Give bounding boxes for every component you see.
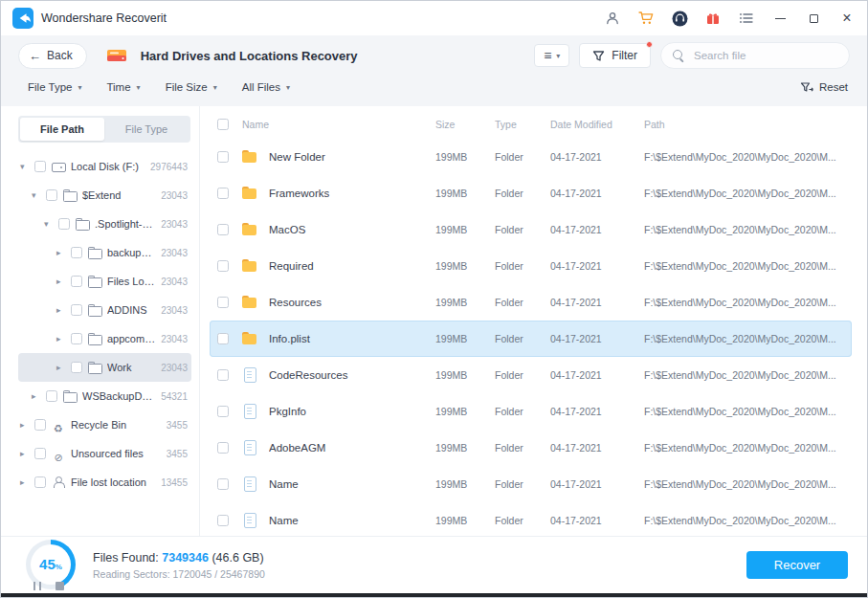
checkbox[interactable] xyxy=(71,276,82,287)
tree-item-file-lost-location[interactable]: File lost location 13455 xyxy=(18,468,191,497)
tree-item-extend[interactable]: $Extend 23043 xyxy=(18,181,191,210)
chevron-icon[interactable] xyxy=(32,392,40,401)
view-options-button[interactable]: ≡ ▾ xyxy=(534,44,569,67)
file-size-filter[interactable]: File Size ▾ xyxy=(166,81,217,93)
column-date-modified[interactable]: Date Modified xyxy=(550,119,644,130)
row-checkbox[interactable] xyxy=(217,369,229,381)
tree-item-spotlight[interactable]: .Spotlight-V10000... 23043 xyxy=(18,210,191,238)
search-input[interactable] xyxy=(692,49,837,62)
close-button[interactable]: × xyxy=(838,10,856,27)
chevron-icon[interactable] xyxy=(56,306,65,315)
checkbox[interactable] xyxy=(71,304,82,316)
stop-icon[interactable] xyxy=(56,582,64,590)
tree-count: 3455 xyxy=(167,449,188,459)
table-row[interactable]: Name 199MB Folder 04-17-2021 F:\$Extend\… xyxy=(210,502,852,536)
gift-icon[interactable] xyxy=(704,10,722,27)
tree-item-files-lost[interactable]: Files Lost Origri... 23043 xyxy=(18,267,191,296)
support-headset-icon[interactable] xyxy=(671,10,688,27)
column-name[interactable]: Name xyxy=(242,119,435,130)
file-name: PkgInfo xyxy=(269,406,435,417)
all-files-filter[interactable]: All Files ▾ xyxy=(242,81,290,93)
app-title: Wondershare Recoverit xyxy=(41,11,167,25)
checkbox[interactable] xyxy=(71,333,82,344)
checkbox[interactable] xyxy=(46,189,57,201)
reading-sectors: Reading Sectors: 1720045 / 25467890 xyxy=(93,568,265,580)
row-checkbox[interactable] xyxy=(217,260,229,272)
cart-icon[interactable] xyxy=(637,10,655,27)
reset-filters-button[interactable]: Reset xyxy=(800,81,848,94)
chevron-icon[interactable] xyxy=(20,421,29,430)
table-row[interactable]: Frameworks 199MB Folder 04-17-2021 F:\$E… xyxy=(210,175,852,211)
recover-button[interactable]: Recover xyxy=(746,551,848,579)
chevron-icon[interactable] xyxy=(56,364,65,372)
tree-item-recycle-bin[interactable]: Recycle Bin 3455 xyxy=(18,410,191,439)
filter-button[interactable]: Filter xyxy=(579,43,651,68)
checkbox[interactable] xyxy=(34,419,46,431)
folder-icon xyxy=(242,332,257,345)
row-checkbox[interactable] xyxy=(217,297,229,308)
file-type: Folder xyxy=(495,369,550,381)
chevron-icon[interactable] xyxy=(20,478,29,487)
tree-item-wsbackupdata[interactable]: WSBackupData 54321 xyxy=(18,382,191,410)
toolbar: ← Back Hard Drives and Locations Recover… xyxy=(1,35,867,76)
tree-item-local-disk[interactable]: Local Disk (F:) 2976443 xyxy=(18,152,191,181)
chevron-down-icon: ▾ xyxy=(556,52,560,60)
back-button[interactable]: ← Back xyxy=(18,43,87,69)
checkbox[interactable] xyxy=(71,362,82,373)
row-checkbox[interactable] xyxy=(217,333,229,344)
file-name: CodeResources xyxy=(269,369,435,381)
table-row[interactable]: Required 199MB Folder 04-17-2021 F:\$Ext… xyxy=(210,248,852,284)
table-row[interactable]: New Folder 199MB Folder 04-17-2021 F:\$E… xyxy=(210,139,852,175)
table-row-selected[interactable]: Info.plist 199MB Folder 04-17-2021 F:\$E… xyxy=(210,321,852,357)
table-row[interactable]: PkgInfo 199MB Folder 04-17-2021 F:\$Exte… xyxy=(210,393,852,430)
tab-file-type[interactable]: File Type xyxy=(104,118,189,141)
checkbox[interactable] xyxy=(34,476,46,488)
chevron-icon[interactable] xyxy=(56,249,65,257)
time-filter[interactable]: Time ▾ xyxy=(106,81,140,93)
checkbox[interactable] xyxy=(34,161,46,172)
tree-item-work[interactable]: Work 23043 xyxy=(18,353,191,382)
checkbox[interactable] xyxy=(46,390,57,402)
table-row[interactable]: Resources 199MB Folder 04-17-2021 F:\$Ex… xyxy=(210,284,852,321)
chevron-icon[interactable] xyxy=(56,335,65,343)
chevron-icon[interactable] xyxy=(44,220,53,229)
maximize-button[interactable] xyxy=(805,10,822,27)
pause-icon[interactable] xyxy=(33,582,41,590)
tree-item-unsourced-files[interactable]: Unsourced files 3455 xyxy=(18,439,191,468)
account-icon[interactable] xyxy=(604,10,621,27)
file-size-filter-label: File Size xyxy=(166,81,208,93)
tree-item-appcompat[interactable]: appcompat 23043 xyxy=(18,324,191,353)
checkbox[interactable] xyxy=(58,218,70,230)
table-row[interactable]: CodeResources 199MB Folder 04-17-2021 F:… xyxy=(210,357,852,393)
row-checkbox[interactable] xyxy=(217,224,229,235)
checkbox[interactable] xyxy=(71,247,82,258)
all-files-filter-label: All Files xyxy=(242,81,280,93)
tree-item-backupdata[interactable]: backupdata 23043 xyxy=(18,238,191,267)
row-checkbox[interactable] xyxy=(217,478,229,490)
search-box[interactable] xyxy=(660,42,850,69)
chevron-icon[interactable] xyxy=(32,191,40,200)
chevron-icon[interactable] xyxy=(20,163,29,171)
table-row[interactable]: AdobeAGM 199MB Folder 04-17-2021 F:\$Ext… xyxy=(210,430,852,466)
tree-item-addins[interactable]: ADDINS 23043 xyxy=(18,296,191,324)
table-row[interactable]: MacOS 199MB Folder 04-17-2021 F:\$Extend… xyxy=(210,211,852,248)
file-type-filter[interactable]: File Type ▾ xyxy=(28,81,81,93)
minimize-button[interactable] xyxy=(771,10,789,27)
row-checkbox[interactable] xyxy=(217,151,229,163)
column-size[interactable]: Size xyxy=(435,119,495,130)
tab-file-path[interactable]: File Path xyxy=(20,118,104,141)
column-path[interactable]: Path xyxy=(644,119,852,130)
row-checkbox[interactable] xyxy=(217,442,229,454)
select-all-checkbox[interactable] xyxy=(217,119,229,130)
menu-list-icon[interactable] xyxy=(738,10,755,27)
row-checkbox[interactable] xyxy=(217,188,229,199)
chevron-icon[interactable] xyxy=(20,450,29,458)
row-checkbox[interactable] xyxy=(217,406,229,417)
table-row[interactable]: Name 199MB Folder 04-17-2021 F:\$Extend\… xyxy=(210,466,852,502)
column-type[interactable]: Type xyxy=(495,119,550,130)
app-logo-icon xyxy=(12,8,33,29)
chevron-icon[interactable] xyxy=(56,277,65,286)
row-checkbox[interactable] xyxy=(217,515,229,526)
file-name: Name xyxy=(269,478,435,490)
checkbox[interactable] xyxy=(34,448,46,459)
